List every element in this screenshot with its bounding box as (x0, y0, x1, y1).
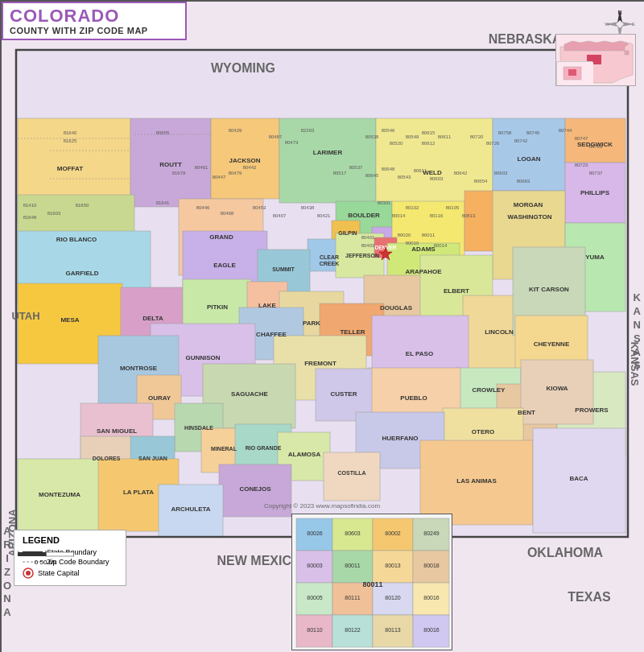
svg-text:80654: 80654 (474, 179, 488, 184)
svg-text:CUSTER: CUSTER (331, 390, 357, 398)
svg-text:80010: 80010 (406, 241, 419, 246)
svg-text:81679: 81679 (172, 171, 186, 175)
scale-label: 0 50 Mi. (35, 559, 57, 566)
svg-text:80011: 80011 (345, 563, 361, 568)
svg-text:80813: 80813 (462, 213, 476, 218)
svg-text:PROWERS: PROWERS (575, 406, 609, 414)
svg-text:80018: 80018 (423, 563, 440, 568)
svg-text:NEBRASKA: NEBRASKA (489, 32, 562, 46)
svg-text:GILPIN: GILPIN (338, 230, 357, 236)
svg-text:LAS ANIMAS: LAS ANIMAS (456, 477, 497, 485)
svg-text:80401: 80401 (361, 235, 375, 240)
svg-text:PARK: PARK (303, 320, 320, 327)
svg-text:81650: 81650 (76, 203, 89, 208)
svg-text:80723: 80723 (575, 163, 588, 167)
arizona-label: A R I Z O N A (3, 525, 11, 620)
svg-text:OKLAHOMA: OKLAHOMA (527, 546, 604, 559)
svg-rect-5 (279, 118, 376, 203)
svg-text:80758: 80758 (498, 130, 512, 135)
svg-text:BENT: BENT (518, 409, 535, 416)
svg-text:80011: 80011 (422, 233, 436, 237)
svg-text:80648: 80648 (382, 167, 395, 171)
svg-text:E: E (632, 22, 635, 27)
svg-text:80111: 80111 (345, 595, 361, 600)
svg-text:80747: 80747 (575, 136, 588, 141)
svg-text:80546: 80546 (382, 128, 395, 133)
svg-text:SAN MIGUEL: SAN MIGUEL (97, 427, 137, 435)
svg-text:MONTEZUMA: MONTEZUMA (39, 491, 80, 498)
legend-capital: State Capital (23, 567, 118, 579)
svg-text:80468: 80468 (221, 211, 234, 216)
svg-text:ARAPAHOE: ARAPAHOE (405, 268, 442, 275)
legend-title: LEGEND (23, 535, 118, 545)
svg-text:LA PLATA: LA PLATA (123, 489, 154, 496)
svg-text:80645: 80645 (365, 173, 379, 178)
svg-text:80517: 80517 (333, 171, 347, 175)
svg-text:80611: 80611 (438, 134, 452, 139)
svg-text:80002: 80002 (385, 530, 401, 536)
svg-text:FREMONT: FREMONT (304, 360, 336, 367)
svg-rect-224 (18, 552, 46, 556)
svg-text:81648: 81648 (23, 215, 37, 220)
svg-rect-61 (324, 452, 380, 501)
svg-text:80543: 80543 (398, 175, 411, 180)
svg-text:WASHINGTON: WASHINGTON (508, 213, 552, 221)
svg-text:MOFFAT: MOFFAT (57, 165, 83, 172)
svg-text:80105: 80105 (446, 205, 460, 210)
svg-text:80026: 80026 (307, 530, 323, 536)
svg-text:BACA: BACA (569, 475, 588, 482)
svg-text:81603: 81603 (47, 211, 61, 216)
svg-text:WYOMING: WYOMING (211, 61, 275, 75)
svg-text:80603: 80603 (430, 176, 444, 181)
svg-text:80013: 80013 (385, 563, 401, 568)
svg-text:SAGUACHE: SAGUACHE (231, 390, 268, 398)
svg-text:80005: 80005 (307, 595, 323, 600)
svg-rect-225 (46, 552, 74, 556)
svg-text:80102: 80102 (406, 205, 419, 210)
svg-text:80020: 80020 (398, 233, 411, 237)
svg-text:ELBERT: ELBERT (444, 287, 469, 295)
svg-text:80603: 80603 (345, 530, 361, 536)
svg-text:80110: 80110 (307, 627, 323, 633)
svg-text:RIO BLANCO: RIO BLANCO (56, 236, 97, 243)
svg-text:80442: 80442 (243, 165, 257, 170)
svg-text:EAGLE: EAGLE (213, 262, 236, 269)
svg-text:ADAMS: ADAMS (411, 246, 436, 253)
svg-text:80726: 80726 (486, 141, 500, 146)
svg-text:80447: 80447 (213, 175, 226, 180)
svg-text:82263: 82263 (301, 128, 315, 133)
svg-text:JACKSON: JACKSON (229, 157, 260, 164)
map-container: MOFFAT ROUTT JACKSON LARIMER WELD LOGAN … (0, 0, 644, 652)
svg-text:GARFIELD: GARFIELD (66, 270, 99, 277)
svg-text:80014: 80014 (392, 213, 406, 218)
svg-text:80461: 80461 (195, 165, 208, 170)
svg-text:80003: 80003 (307, 563, 323, 568)
svg-text:UTAH: UTAH (11, 310, 39, 322)
svg-text:80549: 80549 (406, 134, 419, 139)
svg-text:GRAND: GRAND (209, 233, 233, 241)
svg-text:DOLORES: DOLORES (93, 456, 121, 461)
svg-text:80538: 80538 (365, 134, 379, 139)
svg-text:80737: 80737 (589, 171, 603, 175)
svg-text:EL PASO: EL PASO (406, 350, 433, 357)
svg-rect-219 (568, 69, 576, 76)
svg-text:ALAMOSA: ALAMOSA (288, 451, 321, 458)
svg-text:80014: 80014 (434, 243, 448, 248)
svg-text:80720: 80720 (470, 134, 484, 139)
svg-text:COSTILLA: COSTILLA (338, 470, 366, 476)
svg-text:SAN JUAN: SAN JUAN (138, 456, 167, 461)
svg-text:LINCOLN: LINCOLN (485, 328, 514, 336)
svg-text:80446: 80446 (196, 205, 210, 210)
svg-text:KIOWA: KIOWA (546, 385, 568, 392)
svg-text:80122: 80122 (345, 627, 361, 633)
svg-text:CHEYENNE: CHEYENNE (534, 340, 570, 348)
svg-text:80016: 80016 (423, 627, 440, 633)
svg-text:PITKIN: PITKIN (207, 303, 228, 311)
svg-text:NEW MEXICO: NEW MEXICO (217, 554, 302, 567)
svg-text:KIT CARSON: KIT CARSON (529, 286, 569, 293)
svg-text:W: W (605, 22, 609, 27)
svg-text:80113: 80113 (385, 627, 401, 633)
svg-text:HINSDALE: HINSDALE (184, 425, 213, 431)
kansas-label: K A N S A S (634, 291, 641, 373)
svg-text:81640: 81640 (64, 130, 77, 135)
